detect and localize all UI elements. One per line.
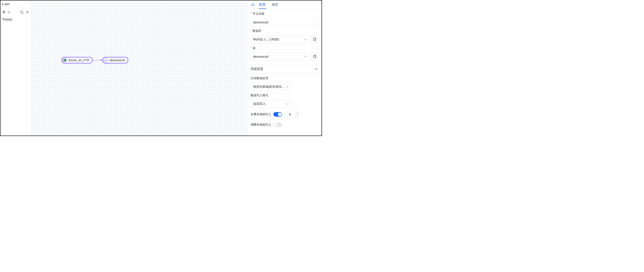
node-excel-on-ftp[interactable]: X Excel_on_FTP: [62, 57, 93, 63]
label-table: *表: [250, 46, 318, 50]
node-demoexcel[interactable]: demoexcel: [102, 57, 128, 63]
label-incr-mt: 增量多线程写入: [250, 123, 271, 127]
sidebar-section-label: 表: [2, 10, 6, 14]
svg-rect-6: [314, 39, 316, 41]
select-existing-data[interactable]: 保持目标端原有表结构，清除数据: [250, 83, 291, 91]
sidebar-api-label: API: [4, 2, 10, 6]
svg-rect-7: [314, 56, 316, 58]
stepper-up-button[interactable]: ▲: [296, 111, 299, 114]
caret-right-icon: [2, 3, 4, 5]
flow-canvas[interactable]: X Excel_on_FTP demoexcel: [32, 0, 247, 136]
chevron-down-icon: [286, 103, 289, 105]
label-full-mt: 全量多线程写入: [250, 112, 271, 116]
stepper-full-mt-threads[interactable]: ▲ ▼: [284, 111, 300, 118]
excel-icon: X: [62, 58, 67, 63]
sidebar: API 表 1 Tickets: [0, 0, 32, 136]
advanced-settings-header[interactable]: 高级设置: [247, 64, 322, 74]
sidebar-api-row[interactable]: API: [0, 0, 31, 8]
chevron-down-icon: [304, 55, 307, 58]
label-write-mode: 数据写入模式: [250, 93, 318, 97]
label-database: *数据库: [250, 29, 318, 33]
copy-table-button[interactable]: [311, 53, 318, 60]
sidebar-item-tickets[interactable]: Tickets: [0, 16, 31, 22]
svg-text:X: X: [64, 59, 66, 61]
svg-line-1: [22, 13, 24, 14]
mysql-dolphin-icon: [250, 2, 255, 7]
toggle-incr-mt[interactable]: [274, 123, 282, 127]
search-icon[interactable]: [20, 10, 24, 14]
node-label: Excel_on_FTP: [69, 58, 90, 62]
tab-config[interactable]: 配置: [259, 0, 266, 9]
toggle-full-mt[interactable]: [274, 112, 282, 117]
plus-icon[interactable]: [25, 10, 30, 14]
chevron-down-icon: [315, 67, 318, 71]
chevron-down-icon: [286, 86, 289, 88]
select-write-mode[interactable]: 追加写入: [250, 100, 291, 108]
mysql-dolphin-icon: [103, 58, 108, 63]
select-table[interactable]: demoexcel: [250, 53, 309, 60]
tab-model[interactable]: 模型: [272, 0, 278, 9]
select-database[interactable]: MySQL-(…) (有效): [250, 36, 309, 43]
inspector-tabs: 配置 模型: [247, 0, 322, 9]
sidebar-section-tables: 表 1: [0, 8, 31, 16]
input-full-mt-threads[interactable]: [284, 111, 295, 117]
label-node-name: *节点名称: [250, 12, 318, 16]
inspector-panel: 配置 模型 *节点名称 *数据库 MySQL-(…) (有效): [247, 0, 322, 136]
sidebar-section-count: 1: [7, 10, 11, 14]
input-node-name[interactable]: [250, 18, 318, 26]
stepper-down-button[interactable]: ▼: [296, 114, 299, 117]
label-existing-data: 已有数据处理: [250, 76, 318, 80]
copy-database-button[interactable]: [311, 36, 318, 43]
advanced-settings-title: 高级设置: [250, 67, 263, 71]
node-label: demoexcel: [110, 58, 125, 62]
chevron-down-icon: [304, 38, 307, 41]
